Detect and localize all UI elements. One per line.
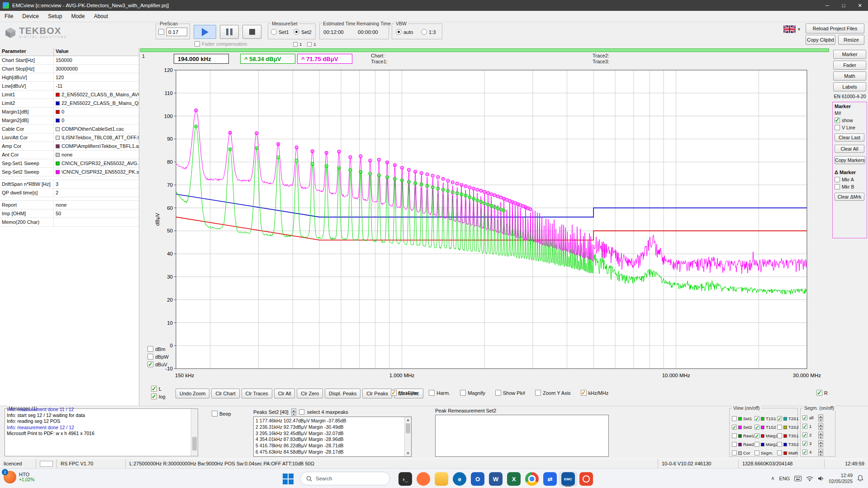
param-row-report[interactable]: Reportnone xyxy=(0,201,139,209)
log-checkbox[interactable]: ✓ xyxy=(151,393,157,399)
peaks-spinner[interactable]: ▲▼ xyxy=(291,408,296,416)
segm-2-checkbox[interactable]: ✓ xyxy=(802,432,807,437)
t1s2-checkbox[interactable]: ✓ xyxy=(754,425,759,430)
zoom-y-axis-checkbox[interactable] xyxy=(535,390,541,396)
language-selector[interactable]: ▼ xyxy=(783,25,801,33)
param-row-chart-stop-hz[interactable]: Chart Stop[Hz]30000000 xyxy=(0,65,139,73)
mkr-b-checkbox[interactable] xyxy=(835,184,840,190)
peak-remeasurement-list[interactable] xyxy=(435,415,609,457)
teamviewer-icon[interactable]: ⇄ xyxy=(541,471,559,487)
pause-button[interactable] xyxy=(220,25,239,39)
raw1-checkbox[interactable] xyxy=(732,433,737,438)
spin-up-icon[interactable]: ▲ xyxy=(291,408,296,412)
set2-radio[interactable] xyxy=(294,29,299,35)
param-row-seg-set1-sweep[interactable]: Seg-Set1 SweepCN\CN_CISPR32_EN55032_AVG.… xyxy=(0,159,139,168)
raw2-checkbox[interactable] xyxy=(732,442,737,447)
menu-mode[interactable]: Mode xyxy=(66,13,89,19)
fader-panel-button[interactable]: Fader xyxy=(833,61,866,70)
spin-up-icon[interactable]: ▲ xyxy=(818,414,823,418)
prescan-checkbox[interactable] xyxy=(158,29,164,35)
reload-project-files-button[interactable]: Reload Project Files xyxy=(806,24,864,33)
scroll-up-icon[interactable]: ▲ xyxy=(405,418,411,422)
param-row-amp-cor[interactable]: Amp CorCOMP\Amplifiers\Tekbox_TBFL1.amp xyxy=(0,142,139,151)
param-row-imp-ohm[interactable]: Imp [OHM]50 xyxy=(0,209,139,218)
l-checkbox[interactable]: ✓ xyxy=(151,386,157,392)
spin-up-icon[interactable]: ▲ xyxy=(818,423,823,426)
spinner[interactable]: ▲▼ xyxy=(818,449,823,456)
segm-checkbox[interactable] xyxy=(754,450,759,455)
clear-all-button[interactable]: Clear All xyxy=(835,145,864,153)
param-row-driftspan-n-rbw-hz[interactable]: DriftSpan n*RBW [Hz]3 xyxy=(0,180,139,189)
param-row-qp-dwell-time-s[interactable]: QP dwell time[s]2 xyxy=(0,189,139,197)
vbw-auto-row[interactable]: auto xyxy=(396,29,413,35)
magnify-checkbox[interactable] xyxy=(460,390,466,396)
set1-radio-row[interactable]: Set1 xyxy=(271,29,289,35)
set2-checkbox[interactable]: ✓ xyxy=(732,425,737,430)
spin-down-icon[interactable]: ▼ xyxy=(818,426,823,430)
clr-chart-button[interactable]: Clr Chart xyxy=(211,389,239,398)
spin-down-icon[interactable]: ▼ xyxy=(818,452,823,456)
wifi-icon[interactable] xyxy=(806,476,813,481)
set2-radio-row[interactable]: Set2 xyxy=(294,29,312,35)
param-row-cable-cor[interactable]: Cable CorCOMP\Other\CableSet1.cac xyxy=(0,125,139,133)
spinner[interactable]: ▲▼ xyxy=(818,414,823,422)
param-row-memo-200-char[interactable]: Memo(200 Char) xyxy=(0,218,139,227)
minimize-icon[interactable]: ─ xyxy=(819,0,835,11)
clr-traces-button[interactable]: Clr Traces xyxy=(242,389,272,398)
segm-all-checkbox[interactable]: ✓ xyxy=(802,415,807,420)
peak-list-item[interactable]: 5 416.78kHz 86.22dBμV Margin -28.71dB xyxy=(256,443,409,449)
peak-list-item[interactable]: 2 236.31kHz 92.73dBμV Margin -30.49dB xyxy=(256,424,409,431)
spin-up-icon[interactable]: ▲ xyxy=(818,440,823,444)
spinner[interactable]: ▲▼ xyxy=(818,431,823,439)
param-row-margin1-db[interactable]: Margin1[dB]0 xyxy=(0,108,139,116)
menu-setup[interactable]: Setup xyxy=(43,13,66,19)
show-checkbox[interactable]: ✓ xyxy=(835,118,840,123)
r-checkbox[interactable]: ✓ xyxy=(816,390,822,396)
start-button[interactable] xyxy=(281,472,295,486)
messages-scroll-thumb[interactable] xyxy=(192,437,197,450)
vbw-auto-radio[interactable] xyxy=(396,29,402,35)
t3s1-checkbox[interactable] xyxy=(777,433,782,438)
close-icon[interactable]: ✕ xyxy=(852,0,868,11)
stocks-widget[interactable]: 2 HTO +1,02% xyxy=(4,471,34,483)
notification-bell-icon[interactable] xyxy=(857,475,863,482)
vline-checkbox[interactable] xyxy=(835,125,840,130)
marker-panel-button[interactable]: Marker xyxy=(833,50,866,59)
param-row-margin2-db[interactable]: Margin2[dB]0 xyxy=(0,116,139,125)
resize-button[interactable]: Resize xyxy=(838,35,864,45)
beep-checkbox[interactable] xyxy=(212,411,218,417)
param-row-high-dbuv[interactable]: High[dBuV]120 xyxy=(0,73,139,82)
param-row-low-dbuv[interactable]: Low[dBuV]-11 xyxy=(0,82,139,90)
menu-file[interactable]: File xyxy=(0,13,18,19)
math-checkbox[interactable] xyxy=(777,450,782,455)
peaks-scroll-thumb[interactable] xyxy=(406,423,410,433)
firefox-icon[interactable] xyxy=(414,471,432,487)
edge-icon[interactable]: e xyxy=(451,471,469,487)
harm-checkbox[interactable] xyxy=(429,390,435,396)
spin-down-icon[interactable]: ▼ xyxy=(818,444,823,447)
maxfilter-checkbox[interactable]: ✓ xyxy=(391,390,397,396)
t1s1-checkbox[interactable]: ✓ xyxy=(754,416,759,421)
prescan-input[interactable] xyxy=(166,28,187,36)
t2s2-checkbox[interactable] xyxy=(777,425,782,430)
spin-down-icon[interactable]: ▼ xyxy=(818,435,823,439)
param-row-chart-start-hz[interactable]: Chart Start[Hz]150000 xyxy=(0,56,139,65)
undo-zoom-button[interactable]: Undo Zoom xyxy=(175,389,209,398)
spin-up-icon[interactable]: ▲ xyxy=(818,431,823,435)
maxpeaks-checkbox[interactable] xyxy=(299,409,304,415)
show-pk-checkbox[interactable] xyxy=(495,390,501,396)
tray-chevron-icon[interactable]: ∧ xyxy=(771,475,775,481)
t3s2-checkbox[interactable] xyxy=(777,442,782,447)
emcview-icon[interactable]: EMC xyxy=(559,471,577,487)
dbuv-checkbox[interactable]: ✓ xyxy=(147,361,153,367)
terminal-icon[interactable]: ›_ xyxy=(396,471,414,487)
marg2-checkbox[interactable] xyxy=(754,442,759,447)
spin-down-icon[interactable]: ▼ xyxy=(818,418,823,422)
vbw-ratio-row[interactable]: 1:3 xyxy=(421,29,436,35)
keyboard-icon[interactable] xyxy=(794,476,802,481)
math-panel-button[interactable]: Math xyxy=(833,71,866,81)
word-icon[interactable]: W xyxy=(487,471,505,487)
language-indicator[interactable]: ENG xyxy=(779,476,790,481)
set1-checkbox[interactable] xyxy=(732,416,737,421)
app-icon-red[interactable] xyxy=(577,471,595,487)
